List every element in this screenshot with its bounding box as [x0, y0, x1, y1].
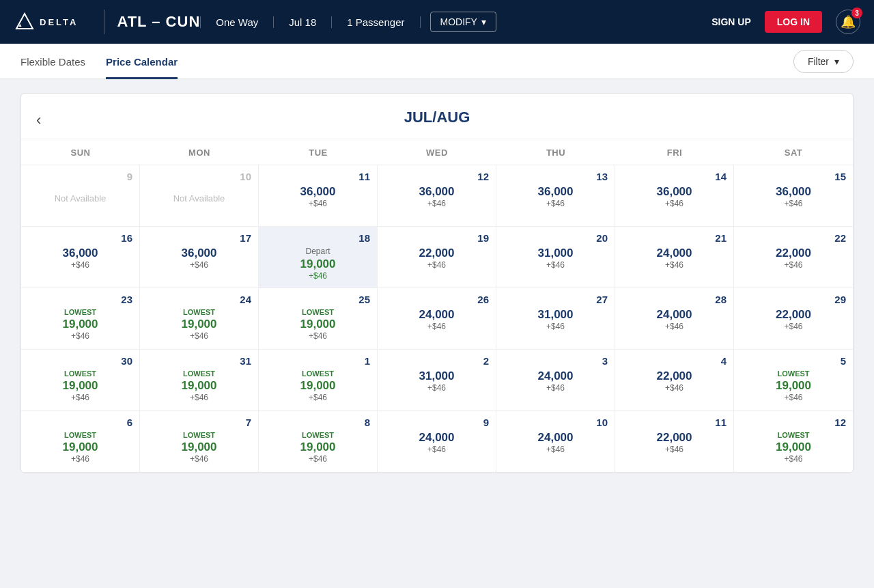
calendar-cell[interactable]: 6LOWEST19,000+$46 [21, 411, 140, 473]
cell-date: 20 [503, 232, 608, 244]
logo: ▲ DELTA [14, 11, 78, 33]
cell-date: 10 [503, 417, 608, 428]
cell-date: 26 [384, 294, 489, 305]
calendar-cell[interactable]: 1436,000+$46 [615, 165, 734, 227]
calendar-cell[interactable]: 924,000+$46 [378, 411, 496, 473]
calendar-cell[interactable]: 1922,000+$46 [378, 227, 496, 288]
calendar-cell[interactable]: 2222,000+$46 [734, 227, 853, 288]
calendar-cell[interactable]: 7LOWEST19,000+$46 [140, 411, 259, 473]
calendar-cell[interactable]: 324,000+$46 [496, 350, 615, 411]
cell-fee: +$46 [741, 199, 846, 208]
cell-fee: +$46 [503, 383, 608, 393]
cell-lowest-label: LOWEST [266, 431, 370, 439]
calendar-cell[interactable]: 1LOWEST19,000+$46 [259, 350, 378, 411]
calendar-cell[interactable]: 2624,000+$46 [378, 288, 496, 350]
calendar-cell[interactable]: 2124,000+$46 [615, 227, 734, 288]
tab-flexible-dates[interactable]: Flexible Dates [20, 44, 85, 79]
modify-label: MODIFY [440, 16, 477, 27]
calendar-cell[interactable]: 23LOWEST19,000+$46 [21, 288, 140, 350]
calendar-day-headers: SUNMONTUEWEDTHUFRISAT [21, 139, 853, 165]
filter-chevron-icon: ▾ [834, 56, 839, 67]
calendar-month-header: JUL/AUG [21, 94, 853, 139]
calendar-container: ‹ JUL/AUG SUNMONTUEWEDTHUFRISAT 9Not Ava… [20, 93, 854, 473]
tab-price-calendar[interactable]: Price Calendar [106, 44, 178, 79]
trip-date: Jul 18 [274, 16, 332, 28]
signup-link[interactable]: SIGN UP [711, 16, 751, 27]
cell-fee: +$46 [622, 322, 727, 331]
cell-lowest-label: LOWEST [266, 369, 370, 378]
cell-price: 19,000 [266, 318, 370, 331]
cell-date: 28 [622, 294, 727, 305]
logo-text: DELTA [40, 17, 78, 27]
cell-fee: +$46 [384, 383, 489, 393]
modify-button[interactable]: MODIFY ▾ [430, 12, 496, 32]
calendar-cell[interactable]: 25LOWEST19,000+$46 [259, 288, 378, 350]
cell-fee: +$46 [28, 454, 132, 464]
cell-date: 21 [622, 232, 727, 244]
cell-date: 12 [741, 417, 846, 428]
cell-date: 9 [28, 171, 132, 182]
calendar-cell[interactable]: 1736,000+$46 [140, 227, 259, 288]
notification-button[interactable]: 🔔 3 [836, 10, 860, 34]
calendar-cell[interactable]: 1024,000+$46 [496, 411, 615, 473]
calendar-cell[interactable]: 8LOWEST19,000+$46 [259, 411, 378, 473]
cell-date: 11 [622, 417, 727, 428]
cell-date: 5 [741, 355, 846, 367]
cell-fee: +$46 [384, 260, 489, 270]
cell-date: 29 [741, 294, 846, 305]
calendar-cell[interactable]: 5LOWEST19,000+$46 [734, 350, 853, 411]
calendar-cell[interactable]: 1136,000+$46 [259, 165, 378, 227]
calendar-cell[interactable]: 18Depart19,000+$46 [259, 227, 378, 288]
calendar-cell[interactable]: 30LOWEST19,000+$46 [21, 350, 140, 411]
cell-date: 13 [503, 171, 608, 182]
calendar-cell[interactable]: 2031,000+$46 [496, 227, 615, 288]
calendar-cell[interactable]: 2824,000+$46 [615, 288, 734, 350]
main-content: ‹ JUL/AUG SUNMONTUEWEDTHUFRISAT 9Not Ava… [0, 79, 874, 487]
day-header-mon: MON [140, 139, 259, 165]
cell-fee: +$46 [503, 199, 608, 208]
cell-date: 16 [28, 232, 132, 244]
passenger-count: 1 Passenger [332, 16, 420, 28]
cell-lowest-label: LOWEST [741, 431, 846, 439]
cell-fee: +$46 [503, 322, 608, 331]
calendar-cell[interactable]: 1236,000+$46 [378, 165, 496, 227]
cell-date: 9 [384, 417, 489, 428]
calendar-prev-button[interactable]: ‹ [31, 109, 46, 132]
cell-price: 24,000 [503, 431, 608, 445]
calendar-cell[interactable]: 1536,000+$46 [734, 165, 853, 227]
cell-lowest-label: LOWEST [147, 431, 251, 439]
cell-price: 36,000 [28, 247, 132, 260]
calendar-cell[interactable]: 231,000+$46 [378, 350, 496, 411]
calendar-cell[interactable]: 24LOWEST19,000+$46 [140, 288, 259, 350]
header-right: SIGN UP LOG IN 🔔 3 [711, 10, 860, 34]
calendar-cell: 10Not Available [140, 165, 259, 227]
cell-fee: +$46 [741, 393, 846, 402]
header-meta: One Way Jul 18 1 Passenger [200, 16, 420, 28]
cell-price: 19,000 [147, 379, 251, 393]
calendar-cell[interactable]: 2731,000+$46 [496, 288, 615, 350]
calendar-cell[interactable]: 1636,000+$46 [21, 227, 140, 288]
calendar-cell[interactable]: 1122,000+$46 [615, 411, 734, 473]
calendar-cell[interactable]: 2922,000+$46 [734, 288, 853, 350]
cell-price: 19,000 [28, 440, 132, 454]
calendar-cell[interactable]: 422,000+$46 [615, 350, 734, 411]
calendar-cell[interactable]: 12LOWEST19,000+$46 [734, 411, 853, 473]
cell-fee: +$46 [266, 271, 370, 281]
cell-lowest-label: LOWEST [266, 308, 370, 316]
cell-fee: +$46 [28, 260, 132, 270]
cell-price: 31,000 [503, 308, 608, 322]
cell-date: 31 [147, 355, 251, 367]
day-header-wed: WED [378, 139, 496, 165]
cell-price: 24,000 [384, 308, 489, 322]
calendar-cell[interactable]: 1336,000+$46 [496, 165, 615, 227]
cell-price: 24,000 [503, 369, 608, 383]
cell-fee: +$46 [622, 260, 727, 270]
header-route: ATL – CUN [117, 13, 200, 31]
calendar-cell[interactable]: 31LOWEST19,000+$46 [140, 350, 259, 411]
cell-fee: +$46 [266, 393, 370, 402]
filter-button[interactable]: Filter ▾ [793, 50, 854, 73]
cell-date: 7 [147, 417, 251, 428]
login-button[interactable]: LOG IN [765, 11, 822, 33]
cell-price: 19,000 [28, 379, 132, 393]
cell-price: 36,000 [741, 185, 846, 199]
